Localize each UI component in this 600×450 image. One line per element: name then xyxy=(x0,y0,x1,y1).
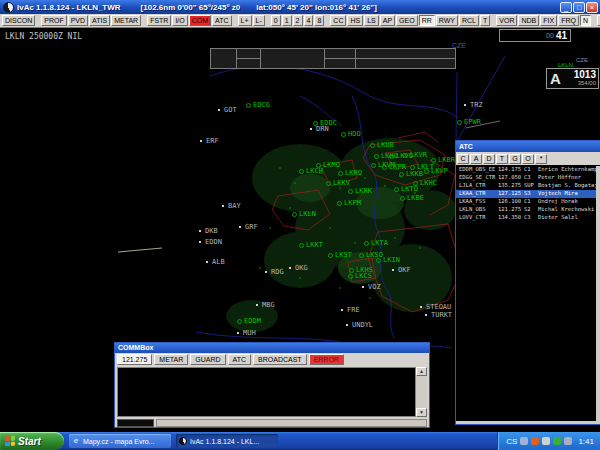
atc-controller-row[interactable]: EDDM_OBS_EE124.175C1Enrico Echternkamp xyxy=(456,166,596,174)
comm-message-input[interactable] xyxy=(156,419,427,427)
ie-icon: e xyxy=(72,437,80,445)
toolbar-button-geo[interactable]: GEO xyxy=(396,15,418,26)
atc-controller-row[interactable]: EDGG_SE_CTR127.050C3Peter Höffner xyxy=(456,174,596,182)
comm-tab-broadcast[interactable]: BROADCAST xyxy=(253,354,307,365)
atc-name: Dieter Salzl xyxy=(538,214,578,220)
altimeter-letter: A xyxy=(547,69,564,88)
toolbar-button-discon[interactable]: DISCON xyxy=(2,15,35,26)
atc-filter-button-o[interactable]: O xyxy=(522,154,534,164)
language-indicator[interactable]: CS xyxy=(506,437,517,446)
commbox-scrollbar[interactable]: ▲ ▼ xyxy=(416,367,427,417)
toolbar-button-atis[interactable]: ATIS xyxy=(89,15,110,26)
toolbar-button-n[interactable]: N xyxy=(580,15,591,26)
atc-frequency: 124.175 xyxy=(498,166,521,172)
toolbar-button-io[interactable]: I/O xyxy=(172,15,187,26)
airport-label-lkln: LKLN xyxy=(299,210,316,218)
airport-marker xyxy=(371,163,376,168)
airport-marker xyxy=(349,268,354,273)
toolbar-button-fix[interactable]: FIX xyxy=(540,15,557,26)
toolbar-button-ap[interactable]: AP xyxy=(380,15,395,26)
toolbar-button-rcl[interactable]: RCL xyxy=(459,15,479,26)
toolbar-button-fstr[interactable]: FSTR xyxy=(147,15,171,26)
tray-icon-network[interactable] xyxy=(520,437,528,445)
comm-tab-121275[interactable]: 121.275 xyxy=(117,354,152,365)
atc-filter-button-g[interactable]: G xyxy=(509,154,521,164)
toolbar-button-0[interactable]: 0 xyxy=(271,15,281,26)
start-button[interactable]: Start xyxy=(0,432,64,450)
airport-label-lkta: LKTA xyxy=(371,239,388,247)
airport-marker xyxy=(337,201,342,206)
atc-filter-button-all[interactable]: * xyxy=(535,154,547,164)
atc-window-title[interactable]: ATC xyxy=(456,141,600,152)
toolbar-button-rwy[interactable]: RWY xyxy=(436,15,458,26)
atc-filter-button-t[interactable]: T xyxy=(496,154,508,164)
toolbar-button-4[interactable]: 4 xyxy=(304,15,314,26)
airport-marker xyxy=(328,253,333,258)
atc-controller-row[interactable]: LKAA_CTR127.125S3Vojtech Mira xyxy=(456,190,596,198)
atc-name: Peter Höffner xyxy=(538,174,581,180)
commbox-title[interactable]: COMMBox xyxy=(115,343,429,353)
taskbar-task-ivac[interactable]: IvAc 1.1.8.124 - LKL... xyxy=(176,434,278,448)
close-button[interactable]: × xyxy=(586,2,598,13)
toolbar-button-l+[interactable]: L+ xyxy=(238,15,252,26)
atc-rating: SUP xyxy=(524,182,534,188)
toolbar-button-vor[interactable]: VOR xyxy=(496,15,517,26)
comm-tab-metar[interactable]: METAR xyxy=(154,354,188,365)
airport-label-lkho: LKHO xyxy=(381,152,398,160)
toolbar-button-prof[interactable]: PROF xyxy=(41,15,66,26)
toolbar-button-l[interactable]: L- xyxy=(253,15,265,26)
ivac-application-window: IvAc 1.1.8.124 - LKLN_TWR [102.6nm 0'00"… xyxy=(0,0,600,450)
fix-label-voz: VOZ xyxy=(368,283,381,291)
atc-filter-button-a[interactable]: A xyxy=(470,154,482,164)
airport-label-lkbe: LKBE xyxy=(407,194,424,202)
taskbar-task-browser[interactable]: eMapy.cz - mapa Evro... xyxy=(69,434,171,448)
toolbar-button-1[interactable]: 1 xyxy=(282,15,292,26)
toolbar-button-ls[interactable]: LS xyxy=(364,15,379,26)
fix-marker xyxy=(392,269,394,271)
scroll-up-icon[interactable]: ▲ xyxy=(416,367,427,376)
atc-filter-button-c[interactable]: C xyxy=(457,154,469,164)
tray-icon-antivirus[interactable] xyxy=(553,437,561,445)
metar-text: LKLN 250000Z NIL xyxy=(5,32,82,41)
atc-controller-row[interactable]: LKLN_OBS121.275S2Michal Krechowski xyxy=(456,206,596,214)
scroll-down-icon[interactable]: ▼ xyxy=(416,408,427,417)
sector-tag: CZE xyxy=(452,42,466,49)
atc-name: Bostjan S. Bogataj xyxy=(538,182,596,188)
toolbar-button-com[interactable]: COM xyxy=(189,15,211,26)
minimize-button[interactable]: _ xyxy=(560,2,572,13)
toolbar-button-metar[interactable]: METAR xyxy=(111,15,141,26)
toolbar-button-cc[interactable]: CC xyxy=(330,15,346,26)
atc-controller-row[interactable]: LOVV_CTR134.350C3Dieter Salzl xyxy=(456,214,596,222)
tray-icon-volume[interactable] xyxy=(542,437,550,445)
tray-icon-user[interactable] xyxy=(531,437,539,445)
toolbar-button-rr[interactable]: RR xyxy=(419,15,435,26)
atc-rating: S2 xyxy=(524,206,531,212)
maximize-button[interactable]: □ xyxy=(573,2,585,13)
atc-controller-row[interactable]: LKAA_FSS126.100C1Ondrej Horak xyxy=(456,198,596,206)
toolbar-button-2[interactable]: 2 xyxy=(293,15,303,26)
ivac-icon xyxy=(179,437,187,445)
comm-tab-guard[interactable]: GUARD xyxy=(190,354,225,365)
airport-label-lkkv: LKKV xyxy=(333,179,350,187)
measure-line xyxy=(118,248,162,252)
fix-label-alb: ALB xyxy=(212,258,225,266)
commbox-message-area[interactable] xyxy=(117,367,416,417)
toolbar-button-hs[interactable]: HS xyxy=(347,15,363,26)
tray-icon-updates[interactable] xyxy=(564,437,572,445)
atc-filter-button-d[interactable]: D xyxy=(483,154,495,164)
toolbar-button-t[interactable]: T xyxy=(480,15,490,26)
comm-tab-error[interactable]: ERROR xyxy=(309,354,344,365)
toolbar-button-frq[interactable]: FRQ xyxy=(558,15,579,26)
toolbar-button-ndb[interactable]: NDB xyxy=(518,15,539,26)
atc-rating: C3 xyxy=(524,214,531,220)
airport-label-lkvm: LKVM xyxy=(378,161,395,169)
toolbar-button-pvd[interactable]: PVD xyxy=(68,15,88,26)
atc-callsign: LOVV_CTR xyxy=(459,214,486,220)
toolbar-button-8[interactable]: 8 xyxy=(314,15,324,26)
comm-tab-atc[interactable]: ATC xyxy=(228,354,251,365)
title-bar: IvAc 1.1.8.124 - LKLN_TWR [102.6nm 0'00"… xyxy=(0,0,600,14)
toolbar-button-atc[interactable]: ATC xyxy=(212,15,231,26)
atc-scrollbar[interactable] xyxy=(596,166,600,421)
fix-label-erf: ERF xyxy=(206,137,219,145)
atc-controller-row[interactable]: LJLA_CTR135.275SUPBostjan S. Bogataj xyxy=(456,182,596,190)
